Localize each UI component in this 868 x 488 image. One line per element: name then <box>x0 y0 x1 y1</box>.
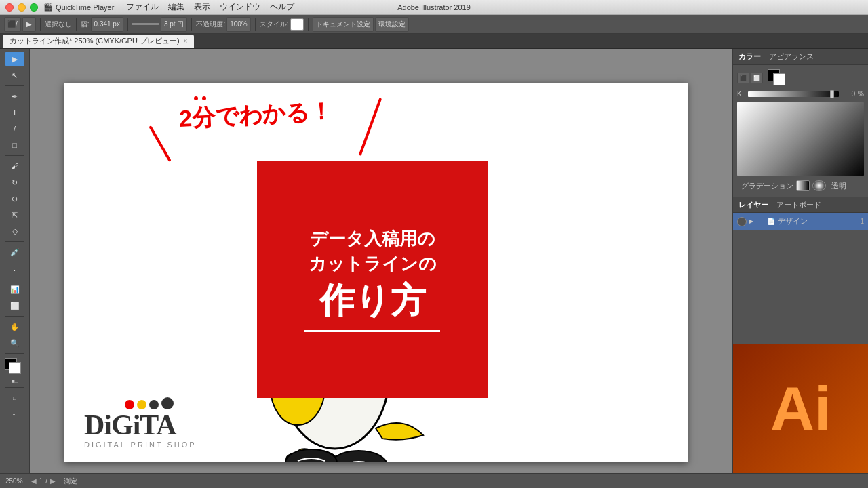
artboard-number: 1 <box>39 477 43 485</box>
layer-color-indicator <box>756 218 764 226</box>
tool-arrow[interactable]: ▶ <box>5 52 24 66</box>
tool-graph[interactable]: 📊 <box>5 282 24 297</box>
red-box-text2: 作り方 <box>319 279 426 321</box>
transparent-label: 透明 <box>831 181 846 191</box>
tool-paint[interactable]: 🖌 <box>5 159 24 174</box>
logo-dots <box>125 400 174 409</box>
maximize-button[interactable] <box>30 3 38 12</box>
k-slider-row: K 0 % <box>737 90 864 98</box>
tool-group-stroke: 3 pt 円 <box>132 17 187 32</box>
tool-mode-normal[interactable]: □ <box>5 390 24 405</box>
next-artboard[interactable]: ▶ <box>50 477 56 485</box>
selection-tool[interactable]: ▶ <box>22 17 36 32</box>
handwriting-text: 2分でわかる！ <box>178 96 334 135</box>
stroke-input[interactable]: 3 pt 円 <box>161 17 187 32</box>
opacity-input[interactable]: 100% <box>226 17 251 32</box>
tool-rect[interactable]: □ <box>5 138 24 152</box>
layer-tab[interactable]: レイヤー <box>738 200 768 210</box>
dot-dark2 <box>161 397 174 409</box>
brush-tool[interactable]: ⬛/ <box>4 17 21 32</box>
zoom-level[interactable]: 250% <box>5 477 23 485</box>
app-name: 🎬 QuickTime Player <box>43 3 114 12</box>
handwriting-area: 2分でわかる！ <box>179 100 333 131</box>
left-tools-panel: ▶ ↖ ✒ T / □ 🖌 ↻ ⊖ ⇱ ◇ 💉 ⋮ 📊 ⬜ ✋ 🔍 ■□ □ ·… <box>0 49 30 473</box>
artboard-label: 測定 <box>64 476 77 486</box>
tab-bar: カットライン作成* 250% (CMYK/GPU プレビュー) × <box>0 34 868 49</box>
tab-close-button[interactable]: × <box>184 37 188 45</box>
bg-swatch[interactable] <box>773 73 785 85</box>
tool-blend[interactable]: ⋮ <box>5 261 24 276</box>
artboard-content: 2分でわかる！ データ入稿用の カットラインの 作り方 <box>64 83 688 462</box>
tool-group-label: 選択なし <box>45 20 72 29</box>
k-slider-thumb[interactable] <box>830 90 834 98</box>
layer-expand-icon[interactable]: ▶ <box>749 218 753 224</box>
slash-left <box>149 125 171 162</box>
minimize-button[interactable] <box>18 3 26 12</box>
close-button[interactable] <box>5 3 14 12</box>
color-panel-header[interactable]: カラー アピアランス <box>733 49 868 65</box>
appearance-tab[interactable]: アピアランス <box>769 52 814 62</box>
tool-group-doc: ドキュメント設定 環境設定 <box>313 17 409 32</box>
main-layout: ▶ ↖ ✒ T / □ 🖌 ↻ ⊖ ⇱ ◇ 💉 ⋮ 📊 ⬜ ✋ 🔍 ■□ □ ·… <box>0 49 868 473</box>
menu-help[interactable]: ヘルプ <box>266 1 298 14</box>
layer-name: デザイン <box>778 216 808 226</box>
divider-2 <box>5 155 24 156</box>
tool-direct-select[interactable]: ↖ <box>5 68 24 83</box>
color-panel: ⬛ ⬜ K 0 % <box>733 65 868 197</box>
tool-hand[interactable]: ✋ <box>5 319 24 334</box>
app-label: QuickTime Player <box>56 3 114 12</box>
separator-4 <box>191 18 192 31</box>
traffic-lights[interactable] <box>5 3 38 12</box>
tool-more[interactable]: ··· <box>5 407 24 422</box>
width-input[interactable]: 0.341 px <box>91 17 123 32</box>
document-tab[interactable]: カットライン作成* 250% (CMYK/GPU プレビュー) × <box>3 35 194 48</box>
menu-file[interactable]: ファイル <box>122 1 163 14</box>
dot-dark1 <box>149 400 159 409</box>
gradient-linear-btn[interactable] <box>796 180 810 191</box>
red-box: データ入稿用の カットラインの 作り方 <box>257 161 488 398</box>
tool-line[interactable]: / <box>5 121 24 136</box>
tool-pen[interactable]: ✒ <box>5 89 24 104</box>
color-mode-btn-1[interactable]: ⬛ <box>737 73 749 83</box>
fg-bg-swatches[interactable] <box>768 69 788 87</box>
artboard-tab[interactable]: アートボード <box>776 200 821 210</box>
tool-artboard[interactable]: ⬜ <box>5 298 24 313</box>
title-bar: 🎬 QuickTime Player ファイル 編集 表示 ウインドウ ヘルプ … <box>0 0 868 15</box>
tool-type[interactable]: T <box>5 105 24 120</box>
tool-eyedrop[interactable]: 💉 <box>5 245 24 260</box>
menu-edit[interactable]: 編集 <box>164 1 189 14</box>
tool-scale[interactable]: ⇱ <box>5 207 24 222</box>
stroke-preview <box>132 23 159 25</box>
divider-7 <box>5 387 24 388</box>
layer-item-design[interactable]: ▶ 📄 デザイン 1 <box>733 213 868 230</box>
menu-bar[interactable]: ファイル 編集 表示 ウインドウ ヘルプ <box>122 1 298 14</box>
color-mode-btn-2[interactable]: ⬜ <box>751 73 763 83</box>
doc-settings-button[interactable]: ドキュメント設定 <box>313 17 374 32</box>
k-slider-track[interactable] <box>748 92 839 97</box>
prev-artboard[interactable]: ◀ <box>31 477 37 485</box>
stroke-swatch[interactable] <box>9 362 21 374</box>
menu-view[interactable]: 表示 <box>190 1 214 14</box>
layer-visibility-toggle[interactable] <box>737 217 747 226</box>
artboard: 2分でわかる！ データ入稿用の カットラインの 作り方 <box>64 83 688 462</box>
menu-window[interactable]: ウインドウ <box>216 1 264 14</box>
dot-red <box>125 400 134 409</box>
tool-mirror[interactable]: ⊖ <box>5 191 24 206</box>
divider-3 <box>5 241 24 242</box>
red-box-underline <box>304 330 440 332</box>
color-mode-row: ⬛ ⬜ <box>737 69 864 87</box>
gradient-radial-btn[interactable] <box>812 180 826 191</box>
fill-stroke-swatches[interactable] <box>5 358 25 375</box>
canvas-area[interactable]: 2分でわかる！ データ入稿用の カットラインの 作り方 <box>30 49 732 473</box>
dot-yellow <box>137 400 146 409</box>
style-input[interactable] <box>290 18 304 30</box>
tool-zoom[interactable]: 🔍 <box>5 336 24 350</box>
color-tab[interactable]: カラー <box>738 52 761 62</box>
env-settings-button[interactable]: 環境設定 <box>375 17 409 32</box>
tool-rotate[interactable]: ↻ <box>5 175 24 190</box>
layer-panel-header[interactable]: レイヤー アートボード <box>733 197 868 213</box>
tool-shear[interactable]: ◇ <box>5 224 24 239</box>
color-mode-buttons[interactable]: ⬛ ⬜ <box>737 73 763 83</box>
opacity-label: 不透明度: <box>196 20 225 29</box>
width-label: 幅: <box>81 20 90 29</box>
